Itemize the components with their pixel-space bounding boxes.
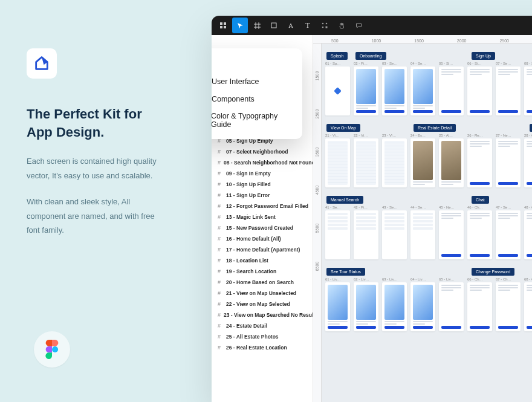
frame-body (382, 138, 407, 187)
section-label[interactable]: Sign Up (472, 52, 495, 60)
canvas-frame[interactable]: 22 - Vi… (354, 134, 378, 187)
layer-row[interactable]: #12 - Forgot Password Email Filled (212, 201, 313, 212)
canvas-frame[interactable]: 62 - Liv… (354, 277, 378, 331)
frame-body (496, 138, 521, 187)
frame-title: 45 - Ne… (439, 206, 464, 209)
layer-row[interactable]: #26 - Real Estate Location (212, 342, 313, 353)
svg-rect-3 (220, 26, 222, 28)
canvas[interactable]: 500100015002000250030003500 150025003500… (313, 35, 532, 402)
canvas-frame[interactable]: 21 - Vi… (325, 134, 350, 187)
canvas-frame[interactable]: 24 - Es… (410, 134, 435, 187)
frame-title: 42 - Fi… (354, 206, 378, 209)
canvas-frame[interactable]: 63 - Liv… (382, 277, 407, 331)
section-label[interactable]: Real Estate Detail (414, 124, 456, 132)
frame-tool[interactable] (249, 18, 265, 33)
canvas-frame[interactable]: 04 - Se… (410, 62, 435, 115)
canvas-frame[interactable]: 08 - Se… (524, 62, 532, 115)
layer-label: 07 - Select Neighborhood (226, 149, 288, 155)
layer-row[interactable]: #16 - Home Default (All) (212, 233, 313, 244)
layer-label: 12 - Forgot Password Email Filled (226, 203, 308, 209)
canvas-frame[interactable]: 48 - Ch… (524, 206, 532, 259)
layer-row[interactable]: #15 - New Password Created (212, 222, 313, 233)
frame-body (439, 138, 464, 187)
layer-row[interactable]: #07 - Select Neighborhood (212, 146, 313, 157)
canvas-frame[interactable]: 41 - Se… (325, 206, 350, 259)
canvas-frame[interactable]: 43 - Se… (382, 206, 407, 259)
page-item[interactable]: 🎨Color & Typography Guide (212, 108, 302, 133)
canvas-frame[interactable]: 27 - Ne… (496, 134, 521, 187)
section-label[interactable]: Schedule In Person Tour (530, 124, 532, 132)
canvas-frame[interactable]: 06 - Si… (467, 62, 492, 115)
section-label[interactable]: View On Map (326, 124, 360, 132)
app-logo (27, 48, 57, 79)
comment-tool[interactable] (351, 18, 366, 33)
canvas-frame[interactable]: 25 - Al… (439, 134, 464, 187)
canvas-frame[interactable]: 05 - Si… (439, 62, 464, 115)
layer-row[interactable]: #18 - Location List (212, 255, 313, 266)
layer-row[interactable]: #21 - View on Map Unselected (212, 288, 313, 299)
page-item[interactable]: 📚Components (212, 90, 302, 108)
canvas-frame[interactable]: 66 - Ch… (467, 277, 492, 331)
section-label[interactable]: See Tour Status (326, 268, 365, 276)
canvas-frame[interactable]: 28 - Ch… (524, 134, 532, 187)
layer-label: 18 - Location List (226, 258, 268, 264)
resources-tool[interactable] (317, 18, 332, 33)
section-label[interactable]: Splash (326, 52, 348, 60)
layer-row[interactable]: #13 - Magic Link Sent (212, 212, 313, 222)
canvas-frame[interactable]: 46 - Ch… (467, 206, 492, 259)
canvas-frame[interactable]: 61 - Liv… (325, 277, 350, 331)
canvas-frame[interactable]: 07 - Se… (496, 62, 521, 115)
frame-icon: # (218, 225, 223, 231)
move-tool[interactable] (232, 18, 248, 33)
canvas-frame[interactable]: 65 - Liv… (439, 277, 464, 331)
layer-label: 23 - View on Map Searched No Results (224, 312, 313, 318)
layer-row[interactable]: #19 - Search Location (212, 266, 313, 277)
layer-row[interactable]: #11 - Sign Up Error (212, 190, 313, 201)
layer-row[interactable]: #20 - Home Based on Search (212, 277, 313, 288)
section-label[interactable]: Onboarding (355, 52, 386, 60)
layer-row[interactable]: #23 - View on Map Searched No Results (212, 310, 313, 320)
canvas-frame[interactable]: 64 - Liv… (410, 277, 435, 331)
menu-tool[interactable] (215, 18, 231, 33)
canvas-frame[interactable]: 67 - Ch… (496, 277, 521, 331)
canvas-frame[interactable]: 44 - Se… (410, 206, 435, 259)
canvas-frame[interactable]: 23 - Vi… (382, 134, 407, 187)
section-label[interactable]: Chat (472, 196, 489, 204)
pages-popover: Pages ✓🎉User Interface📚Components🎨Color … (212, 48, 302, 139)
frame-body (325, 138, 350, 187)
frame-body (410, 210, 435, 259)
layer-row[interactable]: #08 - Search Neighborhood Not Found (212, 157, 313, 168)
hand-tool[interactable] (334, 18, 349, 33)
frame-body (410, 282, 435, 331)
layer-row[interactable]: #25 - All Estate Photos (212, 331, 313, 342)
svg-point-10 (322, 22, 323, 24)
canvas-frame[interactable]: 26 - Re… (467, 134, 492, 187)
shape-tool[interactable] (266, 18, 282, 33)
layer-row[interactable]: #24 - Estate Detail (212, 320, 313, 331)
pen-tool[interactable] (283, 18, 299, 33)
page-item[interactable]: ✓🎉User Interface (212, 73, 302, 90)
frame-title: 63 - Liv… (382, 277, 407, 281)
section-label[interactable]: Manual Search (326, 196, 363, 204)
canvas-frame[interactable]: 47 - Se… (496, 206, 521, 259)
canvas-frame[interactable]: 01 - Sp… (325, 62, 350, 115)
canvas-frame[interactable]: 42 - Fi… (354, 206, 378, 259)
frame-title: 01 - Sp… (325, 62, 350, 65)
layer-row[interactable]: #17 - Home Default (Apartment) (212, 244, 313, 255)
frame-title: 23 - Vi… (382, 134, 407, 137)
frame-title: 64 - Liv… (410, 277, 435, 281)
frame-icon: # (218, 323, 223, 329)
ruler-left: 150025003500450055006500 (313, 44, 322, 402)
canvas-frame[interactable]: 45 - Ne… (439, 206, 464, 259)
canvas-frame[interactable]: 03 - Se… (382, 62, 407, 115)
frame-body (325, 66, 350, 115)
layer-row[interactable]: #22 - View on Map Selected (212, 299, 313, 310)
frame-icon: # (218, 214, 223, 220)
text-tool[interactable]: T (300, 18, 316, 33)
layer-row[interactable]: #09 - Sign In Empty (212, 168, 313, 179)
layer-row[interactable]: #10 - Sign Up Filled (212, 179, 313, 190)
section-label[interactable]: Change Password (472, 268, 514, 276)
canvas-frame[interactable]: 68 - Ch… (524, 277, 532, 331)
canvas-frame[interactable]: 02 - Fi… (354, 62, 378, 115)
canvas-section: Manual SearchChat41 - Se…42 - Fi…43 - Se… (325, 196, 532, 259)
